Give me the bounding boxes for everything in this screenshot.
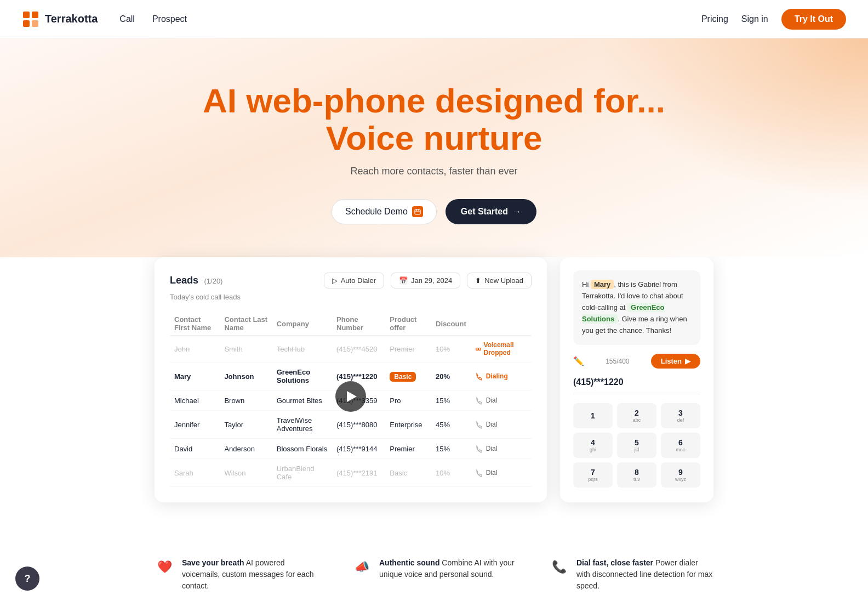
cell-first-name: John bbox=[170, 336, 220, 363]
table-row[interactable]: Sarah Wilson UrbanBlend Cafe (415)***219… bbox=[170, 459, 532, 487]
logo[interactable]: Terrakotta bbox=[22, 10, 98, 28]
dial-key[interactable]: 8tuv bbox=[617, 462, 656, 488]
svg-rect-1 bbox=[23, 12, 30, 18]
table-row[interactable]: John Smith TechHub (415)***4520 Premier … bbox=[170, 336, 532, 363]
cell-first-name: Sarah bbox=[170, 459, 220, 487]
cell-status[interactable]: Dial bbox=[471, 411, 532, 439]
col-status bbox=[471, 312, 532, 336]
leads-count: (1/20) bbox=[204, 277, 222, 285]
edit-icon[interactable]: ✏️ bbox=[573, 356, 584, 366]
nav-call[interactable]: Call bbox=[119, 14, 135, 24]
svg-rect-2 bbox=[32, 12, 38, 18]
leads-subtitle: Today's cold call leads bbox=[170, 293, 532, 301]
cell-company: GreenEco Solutions bbox=[272, 363, 332, 390]
cell-last-name: Smith bbox=[220, 336, 272, 363]
new-upload-button[interactable]: ⬆ New Upload bbox=[467, 273, 532, 288]
schedule-demo-label: Schedule Demo bbox=[345, 207, 408, 217]
dial-key[interactable]: 9wxyz bbox=[661, 462, 700, 488]
auto-dialer-button[interactable]: ▷ Auto Dialer bbox=[324, 273, 384, 288]
cell-last-name: Wilson bbox=[220, 459, 272, 487]
svg-rect-5 bbox=[415, 209, 420, 214]
feature-text-1: Authentic sound Combine AI with your uni… bbox=[379, 557, 516, 580]
date-button[interactable]: 📅 Jan 29, 2024 bbox=[391, 273, 460, 288]
listen-label: Listen bbox=[661, 357, 682, 365]
auto-dialer-label: Auto Dialer bbox=[341, 276, 376, 285]
cell-first-name: David bbox=[170, 439, 220, 459]
col-company: Company bbox=[272, 312, 332, 336]
nav-pricing[interactable]: Pricing bbox=[701, 14, 728, 24]
cell-phone: (415)***4520 bbox=[332, 336, 385, 363]
cell-product: Pro bbox=[385, 390, 431, 411]
upload-icon: ⬆ bbox=[475, 276, 481, 285]
cell-last-name: Brown bbox=[220, 390, 272, 411]
cell-company: TravelWise Adventures bbox=[272, 411, 332, 439]
nav-cta-button[interactable]: Try It Out bbox=[781, 9, 846, 30]
cell-product: Premier bbox=[385, 336, 431, 363]
phone-number-display: (415)***1220 bbox=[573, 377, 700, 394]
cell-status[interactable]: Dial bbox=[471, 390, 532, 411]
cell-discount: 20% bbox=[431, 363, 471, 390]
date-label: Jan 29, 2024 bbox=[411, 276, 452, 285]
col-discount: Discount bbox=[431, 312, 471, 336]
arrow-icon: → bbox=[512, 207, 521, 217]
dialpad: 12abc3def4ghi5jkl6mno7pqrs8tuv9wxyz bbox=[573, 403, 700, 488]
get-started-button[interactable]: Get Started → bbox=[446, 199, 536, 224]
table-row[interactable]: David Anderson Blossom Florals (415)***9… bbox=[170, 439, 532, 459]
table-header-row: Contact First Name Contact Last Name Com… bbox=[170, 312, 532, 336]
help-button[interactable]: ? bbox=[15, 567, 39, 591]
dial-key[interactable]: 3def bbox=[661, 403, 700, 428]
dial-key[interactable]: 2abc bbox=[617, 403, 656, 428]
nav-prospect[interactable]: Prospect bbox=[152, 14, 187, 24]
calendar-icon-small: 📅 bbox=[399, 276, 408, 285]
cell-discount: 15% bbox=[431, 439, 471, 459]
cell-product: Enterprise bbox=[385, 411, 431, 439]
logo-icon bbox=[22, 10, 39, 28]
play-icon-listen: ▶ bbox=[685, 357, 690, 365]
cell-status[interactable]: Dial bbox=[471, 439, 532, 459]
hero-headline-line2: Voice nurture bbox=[326, 119, 542, 157]
cell-first-name: Michael bbox=[170, 390, 220, 411]
listen-button[interactable]: Listen ▶ bbox=[651, 354, 700, 369]
hero-buttons: Schedule Demo Get Started → bbox=[22, 199, 846, 224]
dial-key[interactable]: 1 bbox=[573, 403, 613, 428]
feature-icon-1: 📣 bbox=[352, 557, 372, 577]
cell-status[interactable]: Dialing bbox=[471, 363, 532, 390]
dial-key[interactable]: 5jkl bbox=[617, 433, 656, 458]
hero-headline: AI web-phone designed for... Voice nurtu… bbox=[22, 82, 846, 157]
cell-discount: 15% bbox=[431, 390, 471, 411]
leads-title: Leads (1/20) bbox=[170, 275, 222, 286]
col-last-name: Contact Last Name bbox=[220, 312, 272, 336]
col-product: Product offer bbox=[385, 312, 431, 336]
nav-signin[interactable]: Sign in bbox=[741, 14, 768, 24]
dial-key[interactable]: 7pqrs bbox=[573, 462, 613, 488]
hero-headline-line1: AI web-phone designed for... bbox=[203, 82, 665, 120]
feature-item: 📣 Authentic sound Combine AI with your u… bbox=[352, 557, 516, 592]
dial-key[interactable]: 6mno bbox=[661, 433, 700, 458]
feature-item: 📞 Dial fast, close faster Power dialer w… bbox=[549, 557, 713, 592]
svg-rect-3 bbox=[23, 20, 30, 27]
feature-icon-0: ❤️ bbox=[155, 557, 174, 577]
leads-card: Leads (1/20) ▷ Auto Dialer 📅 Jan 29, 202… bbox=[155, 257, 547, 502]
cell-last-name: Johnson bbox=[220, 363, 272, 390]
leads-header: Leads (1/20) ▷ Auto Dialer 📅 Jan 29, 202… bbox=[170, 273, 532, 288]
cell-status[interactable]: Dial bbox=[471, 459, 532, 487]
cell-discount: 45% bbox=[431, 411, 471, 439]
dial-key[interactable]: 4ghi bbox=[573, 433, 613, 458]
schedule-demo-button[interactable]: Schedule Demo bbox=[332, 199, 437, 224]
hero-section: AI web-phone designed for... Voice nurtu… bbox=[0, 38, 868, 257]
calendar-icon bbox=[412, 206, 423, 217]
cell-company: UrbanBlend Cafe bbox=[272, 459, 332, 487]
cell-product: Basic bbox=[385, 459, 431, 487]
cell-status[interactable]: Voicemail Dropped bbox=[471, 336, 532, 363]
message-bubble: Hi Mary, this is Gabriel from Terrakotta… bbox=[573, 270, 700, 345]
navbar: Terrakotta Call Prospect Pricing Sign in… bbox=[0, 0, 868, 38]
play-button-overlay[interactable] bbox=[335, 381, 366, 412]
cell-last-name: Taylor bbox=[220, 411, 272, 439]
table-row[interactable]: Jennifer Taylor TravelWise Adventures (4… bbox=[170, 411, 532, 439]
svg-rect-4 bbox=[32, 20, 38, 27]
demo-section: Leads (1/20) ▷ Auto Dialer 📅 Jan 29, 202… bbox=[133, 257, 735, 502]
cell-product: Basic bbox=[385, 363, 431, 390]
brand-name: Terrakotta bbox=[45, 13, 98, 25]
feature-text-2: Dial fast, close faster Power dialer wit… bbox=[576, 557, 713, 592]
message-actions: ✏️ 155/400 Listen ▶ bbox=[573, 354, 700, 369]
